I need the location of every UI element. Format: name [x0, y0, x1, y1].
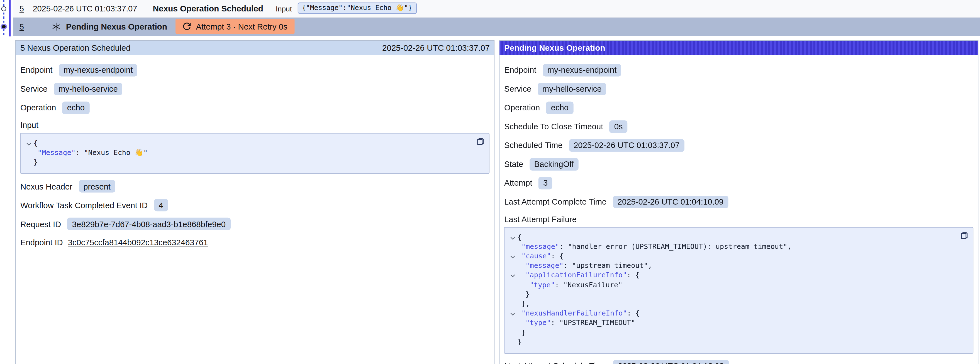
json-line-text: "type": "UPSTREAM_TIMEOUT"	[525, 318, 635, 327]
json-code-viewer: {"Message": "Nexus Echo 👋"}	[20, 133, 490, 174]
json-line: },	[509, 299, 956, 308]
collapse-chevron-icon[interactable]	[510, 236, 515, 240]
field-value-link[interactable]: 3c0c75ccfa8144b092c13ce632463761	[68, 238, 208, 247]
event-title: Nexus Operation Scheduled	[153, 4, 263, 13]
json-line-text: }	[517, 337, 522, 347]
field-label: Nexus Header	[20, 182, 72, 191]
json-line-gutter	[509, 308, 517, 318]
json-line: "type": "UPSTREAM_TIMEOUT"	[509, 318, 956, 327]
json-line: "cause": {	[509, 251, 956, 261]
event-detail-panels: 5 Nexus Operation Scheduled 2025-02-26 U…	[15, 40, 978, 364]
field-value-badge: 0s	[609, 120, 628, 133]
event-row-scheduled[interactable]: 5 2025-02-26 UTC 01:03:37.07 Nexus Opera…	[13, 0, 980, 18]
field-row: Operationecho	[504, 101, 973, 114]
json-line-gutter	[509, 261, 517, 270]
field-value-badge: 2025-02-26 UTC 01:04:10.09	[613, 195, 728, 208]
field-value-badge: echo	[546, 101, 573, 114]
pending-operation-panel: Pending Nexus Operation Endpointmy-nexus…	[499, 40, 978, 364]
field-row: Endpointmy-nexus-endpoint	[504, 64, 973, 76]
json-line-text: }	[33, 158, 38, 167]
collapse-chevron-icon[interactable]	[510, 274, 515, 278]
json-text: }	[33, 158, 38, 166]
field-value-badge: present	[78, 180, 115, 193]
json-key: "type"	[530, 281, 555, 289]
json-text: : "Nexus Echo 👋"	[75, 148, 148, 156]
json-text: : {	[551, 252, 563, 260]
json-line-gutter	[509, 328, 517, 337]
json-line: "Message": "Nexus Echo 👋"	[25, 148, 473, 157]
json-line: "message": "handler error (UPSTREAM_TIME…	[509, 242, 956, 251]
retry-status-badge: Attempt 3 · Next Retry 0s	[175, 19, 294, 34]
json-line-gutter	[25, 158, 34, 167]
event-id-link[interactable]: 5	[19, 4, 24, 13]
timeline-node-selected-icon[interactable]	[1, 23, 7, 30]
event-input-payload-badge[interactable]: {"Message":"Nexus Echo 👋"}	[298, 3, 417, 14]
field-label: Scheduled Time	[504, 140, 563, 150]
panel-timestamp: 2025-02-26 UTC 01:03:37.07	[382, 43, 490, 53]
json-text: : "UPSTREAM_TIMEOUT"	[551, 319, 635, 327]
field-value-badge: my-hello-service	[538, 83, 606, 95]
event-timestamp: 2025-02-26 UTC 01:03:37.07	[33, 4, 137, 13]
copy-button[interactable]	[477, 137, 485, 147]
json-line-text: "message": "upstream timeout",	[525, 261, 652, 270]
scheduled-panel-body: Endpointmy-nexus-endpointServicemy-hello…	[16, 55, 494, 248]
app-window: 5 2025-02-26 UTC 01:03:37.07 Nexus Opera…	[0, 0, 980, 364]
json-line: }	[509, 328, 956, 337]
json-text: {	[517, 233, 522, 241]
json-text: },	[522, 300, 530, 308]
field-value-badge: my-nexus-endpoint	[542, 64, 622, 76]
json-text: : {	[627, 310, 640, 318]
event-history-rows: 5 2025-02-26 UTC 01:03:37.07 Nexus Opera…	[13, 0, 980, 36]
json-line: }	[509, 290, 956, 299]
collapse-chevron-icon[interactable]	[510, 313, 515, 316]
json-key: "message"	[522, 243, 559, 251]
json-line-text: "Message": "Nexus Echo 👋"	[38, 148, 148, 157]
timeline-node-open-icon[interactable]	[1, 6, 6, 11]
json-text: {	[33, 139, 38, 147]
json-line: }	[509, 337, 956, 347]
json-line-text: },	[522, 299, 530, 308]
json-line-gutter	[509, 270, 517, 280]
json-line-gutter	[509, 280, 517, 290]
field-value-badge: echo	[62, 101, 89, 114]
field-row: Workflow Task Completed Event ID4	[20, 199, 490, 211]
field-value-badge: 3	[538, 176, 552, 189]
json-line-text: "cause": {	[522, 251, 564, 261]
field-label: Request ID	[20, 219, 61, 229]
field-row: Endpoint ID3c0c75ccfa8144b092c13ce632463…	[20, 236, 490, 248]
json-line-gutter	[509, 337, 517, 347]
json-line-text: {	[33, 138, 38, 148]
event-id-link[interactable]: 5	[19, 22, 24, 32]
field-row: Next Attempt Schedule Time2025-02-26 UTC…	[504, 360, 973, 364]
retry-badge-text: Attempt 3 · Next Retry 0s	[196, 22, 287, 32]
json-text: }	[517, 338, 522, 346]
json-line-text: }	[525, 290, 530, 299]
field-label: Endpoint	[504, 65, 536, 75]
collapse-chevron-icon[interactable]	[510, 255, 515, 259]
json-text: : {	[627, 271, 639, 279]
json-line: "nexusHandlerFailureInfo": {	[509, 308, 956, 318]
json-line-gutter	[509, 251, 517, 261]
json-key: "Message"	[38, 148, 75, 156]
json-line-gutter	[25, 138, 34, 148]
json-line-gutter	[509, 299, 517, 308]
copy-button[interactable]	[960, 231, 968, 241]
field-value-badge: 2025-02-26 UTC 01:03:37.07	[569, 139, 684, 151]
json-line-text: "type": "NexusFailure"	[530, 280, 622, 290]
json-text: : "handler error (UPSTREAM_TIMEOUT): ups…	[559, 243, 792, 251]
field-row: Servicemy-hello-service	[504, 83, 973, 95]
json-line-text: "applicationFailureInfo": {	[525, 270, 639, 280]
collapse-chevron-icon[interactable]	[27, 142, 32, 146]
field-label: Service	[504, 84, 531, 94]
field-value-badge: my-hello-service	[54, 83, 123, 95]
event-title: Pending Nexus Operation	[66, 22, 167, 32]
field-row: Operationecho	[20, 101, 490, 114]
json-text: : "upstream timeout",	[563, 262, 652, 270]
field-value-badge: 4	[154, 199, 168, 211]
field-label: Operation	[504, 103, 540, 112]
json-line: "message": "upstream timeout",	[509, 261, 956, 270]
event-row-pending-selected[interactable]: 5 Pending Nexus Operation	[13, 18, 980, 36]
pending-panel-header: Pending Nexus Operation	[500, 40, 978, 55]
json-key: "applicationFailureInfo"	[525, 271, 627, 279]
json-key: "cause"	[522, 252, 551, 260]
